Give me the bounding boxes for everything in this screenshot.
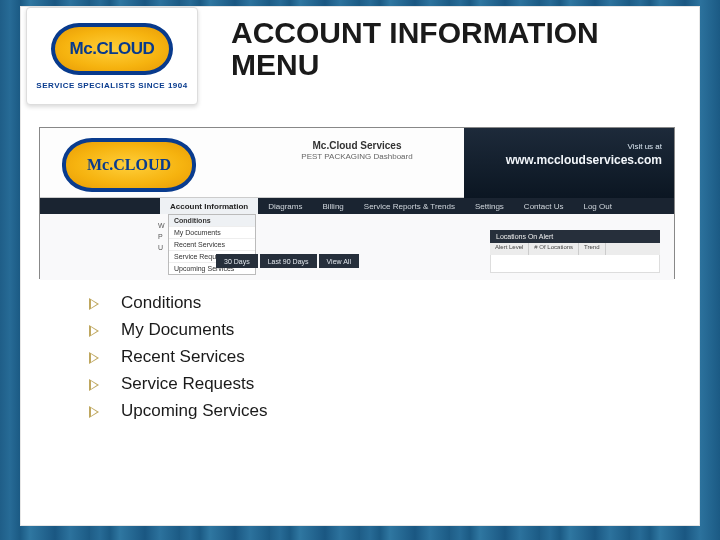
- sidebar-letter-w: W: [158, 220, 165, 231]
- brand-logo-card: Mc.CLOUD SERVICE SPECIALISTS SINCE 1904: [26, 7, 198, 105]
- nav-diagrams[interactable]: Diagrams: [258, 198, 312, 214]
- dropdown-item-recent-services[interactable]: Recent Services: [169, 239, 255, 251]
- dropdown-item-conditions[interactable]: Conditions: [169, 215, 255, 227]
- dashboard-header: Mc.CLOUD Mc.Cloud Services PEST PACKAGIN…: [40, 128, 674, 198]
- bullet-list: Conditions My Documents Recent Services …: [89, 293, 649, 428]
- nav-settings[interactable]: Settings: [465, 198, 514, 214]
- alerts-body-empty: [490, 255, 660, 273]
- alerts-col-trend: Trend: [579, 243, 605, 255]
- bullet-text-recent-services: Recent Services: [121, 347, 245, 367]
- visit-url: www.mccloudservices.com: [476, 153, 662, 167]
- bullet-item: My Documents: [89, 320, 649, 340]
- bullet-item: Upcoming Services: [89, 401, 649, 421]
- alerts-title: Locations On Alert: [490, 230, 660, 243]
- arrow-icon: [89, 349, 105, 365]
- arrow-icon: [89, 295, 105, 311]
- nav-contact-us[interactable]: Contact Us: [514, 198, 574, 214]
- brand-tagline: SERVICE SPECIALISTS SINCE 1904: [36, 81, 187, 90]
- nav-service-reports[interactable]: Service Reports & Trends: [354, 198, 465, 214]
- visit-us-panel: Visit us at www.mccloudservices.com: [464, 128, 674, 198]
- arrow-icon: [89, 322, 105, 338]
- brand-logo-text: Mc.CLOUD: [70, 39, 155, 59]
- nav-billing[interactable]: Billing: [312, 198, 353, 214]
- alerts-col-level: Alert Level: [490, 243, 529, 255]
- sidebar-letter-p: P: [158, 231, 165, 242]
- pill-30-days[interactable]: 30 Days: [216, 254, 258, 268]
- sidebar-letters: W P U: [158, 220, 165, 253]
- slide-title: ACCOUNT INFORMATION MENU: [231, 17, 681, 80]
- dashboard-screenshot: Mc.CLOUD Mc.Cloud Services PEST PACKAGIN…: [39, 127, 675, 279]
- pill-view-all[interactable]: View All: [319, 254, 359, 268]
- range-pill-row: 30 Days Last 90 Days View All: [216, 254, 359, 268]
- brand-logo-badge: Mc.CLOUD: [51, 23, 173, 75]
- dropdown-item-my-documents[interactable]: My Documents: [169, 227, 255, 239]
- arrow-icon: [89, 376, 105, 392]
- arrow-icon: [89, 403, 105, 419]
- locations-on-alert-panel: Locations On Alert Alert Level # Of Loca…: [490, 230, 660, 273]
- dashboard-body: W P U Conditions My Documents Recent Ser…: [40, 214, 674, 280]
- bullet-text-my-documents: My Documents: [121, 320, 234, 340]
- alerts-columns: Alert Level # Of Locations Trend: [490, 243, 660, 255]
- visit-label: Visit us at: [476, 142, 662, 151]
- bullet-text-conditions: Conditions: [121, 293, 201, 313]
- dashboard-nav: Account Information Diagrams Billing Ser…: [40, 198, 674, 214]
- bullet-item: Conditions: [89, 293, 649, 313]
- bullet-text-upcoming-services: Upcoming Services: [121, 401, 267, 421]
- nav-account-information[interactable]: Account Information: [160, 198, 258, 214]
- bullet-item: Recent Services: [89, 347, 649, 367]
- pill-90-days[interactable]: Last 90 Days: [260, 254, 317, 268]
- alerts-col-count: # Of Locations: [529, 243, 579, 255]
- bullet-text-service-requests: Service Requests: [121, 374, 254, 394]
- nav-log-out[interactable]: Log Out: [573, 198, 621, 214]
- bullet-item: Service Requests: [89, 374, 649, 394]
- sidebar-letter-u: U: [158, 242, 165, 253]
- slide-panel: Mc.CLOUD SERVICE SPECIALISTS SINCE 1904 …: [20, 6, 700, 526]
